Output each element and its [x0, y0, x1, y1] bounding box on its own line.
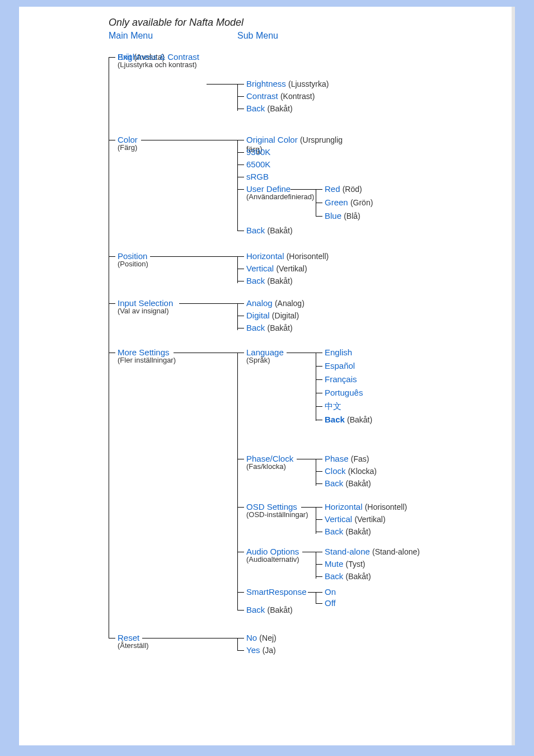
main-reset: Reset (Återställ)	[109, 633, 246, 650]
color-blue-tr: (Blå)	[344, 212, 360, 220]
osd-h-tr: (Horisontell)	[365, 503, 407, 511]
color-srgb-en: sRGB	[246, 172, 269, 181]
input-back: Back (Bakåt)	[237, 323, 358, 332]
input-analog-tr: (Analog)	[275, 299, 305, 308]
position-horizontal: Horizontal (Horisontell)	[237, 251, 358, 261]
lang-english: English	[316, 348, 465, 357]
lang-back-tr: (Bakåt)	[347, 415, 372, 424]
color-blue: Blue (Blå)	[316, 211, 465, 220]
osd-horizontal: Horizontal (Horisontell)	[316, 502, 465, 511]
color-green: Green (Grön)	[316, 198, 465, 207]
color-vline2	[237, 216, 238, 231]
color-red-tr: (Röd)	[343, 185, 362, 194]
lang-back: Back (Bakåt)	[316, 415, 465, 424]
color-blue-en: Blue	[325, 211, 341, 220]
pc-clock-en: Clock	[325, 466, 346, 476]
position-vertical: Vertical (Vertikal)	[237, 264, 358, 273]
more-connector	[174, 353, 237, 353]
content: Only available for Nafta Model Main Menu…	[19, 7, 512, 656]
pc-back-tr: (Bakåt)	[346, 479, 371, 488]
osd-back: Back (Bakåt)	[316, 527, 465, 536]
lang-chinese-en: 中文	[325, 401, 341, 411]
position-h-tr: (Horisontell)	[287, 252, 329, 261]
reset-tr: (Återställ)	[118, 642, 246, 650]
main-position: Position (Position)	[109, 251, 246, 269]
lang-francais: Français	[316, 374, 465, 384]
input-connector	[179, 303, 237, 304]
osd-back-en: Back	[325, 527, 343, 536]
sr-on: On	[316, 587, 465, 597]
more-back: Back (Bakåt)	[237, 605, 358, 614]
pc-back: Back (Bakåt)	[316, 478, 465, 488]
bc-contrast-en: Contrast	[246, 91, 278, 101]
audio-standalone: Stand-alone (Stand-alone)	[316, 547, 465, 556]
audio-back-en: Back	[325, 571, 343, 581]
main-brightness-contrast: Brightness & Contrast (Ljusstyrka och ko…	[109, 52, 246, 69]
position-h-en: Horizontal	[246, 251, 284, 261]
input-tr: (Val av insignal)	[118, 307, 246, 316]
color-red: Red (Röd)	[316, 184, 465, 194]
reset-yes-tr: (Ja)	[263, 646, 276, 655]
audio-back: Back (Bakåt)	[316, 571, 465, 581]
position-connector	[150, 256, 237, 257]
audio-mute-en: Mute	[325, 559, 343, 569]
reset-connector	[142, 638, 237, 638]
input-back-en: Back	[246, 323, 265, 332]
pc-connector	[297, 459, 316, 459]
pc-phase-en: Phase	[325, 454, 349, 463]
title: Only available for Nafta Model	[109, 17, 500, 29]
pc-back-en: Back	[325, 478, 343, 488]
input-back-tr: (Bakåt)	[268, 323, 293, 332]
more-back-en: Back	[246, 605, 265, 614]
color-back-en: Back	[246, 226, 265, 235]
pc-clock: Clock (Klocka)	[316, 466, 465, 476]
input-digital-en: Digital	[246, 311, 270, 320]
audio-mute: Mute (Tyst)	[316, 559, 465, 569]
input-analog: Analog (Analog)	[237, 298, 358, 308]
color-srgb: sRGB	[237, 172, 358, 181]
sr-connector	[308, 592, 316, 593]
audio-sa-tr: (Stand-alone)	[372, 547, 420, 556]
header-sub: Sub Menu	[237, 31, 278, 41]
reset-yes: Yes (Ja)	[237, 645, 358, 655]
reset-no-en: No	[246, 633, 257, 642]
bc-brightness: Brightness (Ljusstyrka)	[237, 79, 358, 88]
lang-chinese: 中文	[316, 401, 465, 411]
osd-connector	[301, 507, 316, 508]
audio-connector	[302, 552, 316, 552]
osd-h-en: Horizontal	[325, 502, 363, 511]
bc-brightness-en: Brightness	[246, 79, 286, 88]
osd-back-tr: (Bakåt)	[346, 527, 371, 536]
lang-connector	[287, 353, 316, 353]
position-back-tr: (Bakåt)	[268, 276, 293, 285]
header-main: Main Menu	[109, 31, 237, 41]
color-9300: 9300K	[237, 147, 358, 157]
color-9300-en: 9300K	[246, 147, 270, 157]
bc-brightness-tr: (Ljusstyrka)	[288, 79, 329, 88]
osd-v-tr: (Vertikal)	[354, 515, 385, 524]
osd-vertical: Vertical (Vertikal)	[316, 514, 465, 524]
more-tr: (Fler inställningar)	[118, 356, 246, 365]
lang-portugues: Português	[316, 388, 465, 397]
lang-back-en: Back	[325, 415, 345, 424]
bc-back-tr: (Bakåt)	[268, 104, 293, 113]
color-6500-en: 6500K	[246, 159, 270, 169]
osd-v-en: Vertical	[325, 514, 352, 524]
reset-no-tr: (Nej)	[259, 633, 276, 642]
sr-on-en: On	[325, 587, 336, 597]
input-digital: Digital (Digital)	[237, 311, 358, 320]
position-back-en: Back	[246, 276, 265, 285]
color-back: Back (Bakåt)	[237, 226, 358, 235]
color-tr: (Färg)	[118, 144, 246, 152]
menu-tree: Exit (Avsluta) Brightness & Contrast (Lj…	[109, 52, 500, 645]
bc-back-en: Back	[246, 104, 265, 113]
color-red-en: Red	[325, 184, 340, 194]
more-back-tr: (Bakåt)	[268, 605, 293, 614]
lang-espanol-en: Español	[325, 361, 355, 370]
color-original-en: Original Color	[246, 135, 298, 144]
input-analog-en: Analog	[246, 298, 273, 308]
more-vline	[237, 353, 238, 610]
color-back-tr: (Bakåt)	[268, 226, 293, 235]
audio-back-tr: (Bakåt)	[346, 572, 371, 581]
main-color: Color (Färg)	[109, 135, 246, 152]
